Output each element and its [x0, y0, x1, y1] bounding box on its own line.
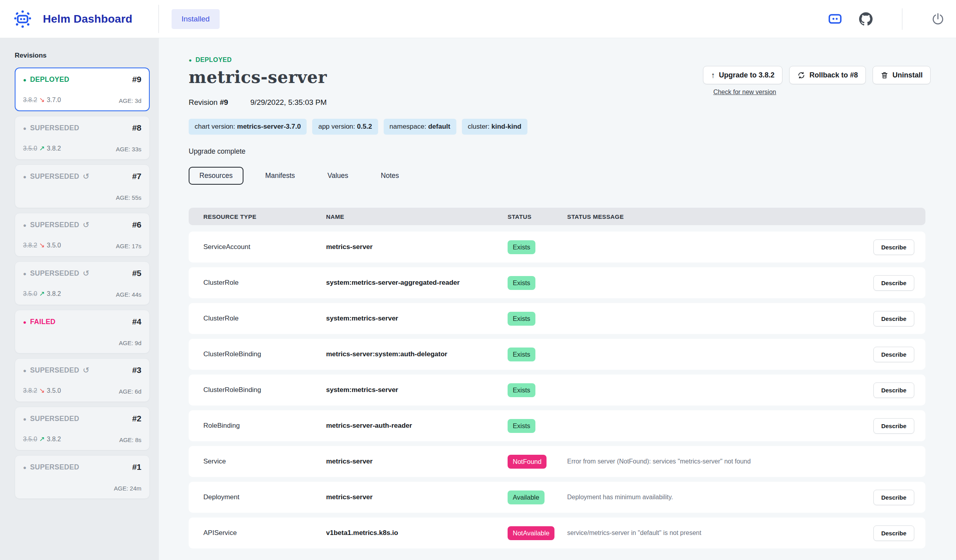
- version-from: 3.5.0: [23, 290, 37, 297]
- revision-card[interactable]: SUPERSEDED #1 AGE: 24m: [15, 455, 150, 499]
- rollback-button[interactable]: Rollback to #8: [789, 66, 866, 84]
- version-from: 3.8.2: [23, 97, 37, 103]
- history-icon: [83, 172, 89, 180]
- revision-card[interactable]: DEPLOYED #9 3.8.2↘3.7.0 AGE: 3d: [15, 68, 150, 111]
- revision-card[interactable]: SUPERSEDED #7 AGE: 55s: [15, 164, 150, 208]
- col-status-message: STATUS MESSAGE: [567, 213, 914, 220]
- revision-status: SUPERSEDED: [30, 172, 79, 181]
- status-badge: Exists: [508, 240, 535, 254]
- status-bullet-icon: [23, 75, 27, 84]
- revision-number: #1: [132, 462, 141, 472]
- version-to: 3.5.0: [47, 387, 61, 394]
- name-cell: system:metrics-server: [326, 315, 508, 322]
- status-bullet-icon: [23, 269, 27, 278]
- name-cell: system:metrics-server-aggregated-reader: [326, 279, 508, 287]
- revision-card[interactable]: SUPERSEDED #8 3.5.0↗3.8.2 AGE: 33s: [15, 116, 150, 160]
- describe-button[interactable]: Describe: [873, 525, 914, 541]
- release-detail: DEPLOYED metrics-server ↑ Upgrade to 3.8…: [159, 38, 956, 560]
- power-icon[interactable]: [932, 13, 944, 25]
- status-message: service/metrics-server in "default" is n…: [567, 529, 855, 537]
- revision-age: AGE: 17s: [116, 243, 141, 249]
- revision-line: Revision #9 9/29/2022, 5:35:03 PM: [189, 98, 925, 107]
- info-badge: cluster: kind-kind: [462, 119, 527, 135]
- revision-number: #4: [132, 317, 141, 326]
- app-header: Helm Dashboard Installed: [0, 0, 956, 38]
- revision-card[interactable]: SUPERSEDED #6 3.8.2↘3.5.0 AGE: 17s: [15, 213, 150, 257]
- revision-number: #8: [132, 123, 141, 133]
- describe-button[interactable]: Describe: [873, 382, 914, 398]
- revision-status: SUPERSEDED: [30, 463, 79, 471]
- name-cell: system:metrics-server: [326, 386, 508, 394]
- status-message: Error from server (NotFound): services "…: [567, 458, 855, 465]
- release-status-label: DEPLOYED: [195, 56, 232, 64]
- status-bullet-icon: [189, 56, 192, 64]
- header-divider: [902, 8, 902, 30]
- uninstall-label: Uninstall: [892, 71, 923, 79]
- revision-label: Revision #9: [189, 98, 228, 107]
- release-date: 9/29/2022, 5:35:03 PM: [250, 98, 326, 107]
- revision-age: AGE: 33s: [116, 146, 141, 153]
- history-icon: [83, 366, 89, 374]
- tab-values[interactable]: Values: [317, 167, 359, 185]
- revision-card[interactable]: SUPERSEDED #5 3.5.0↗3.8.2 AGE: 44s: [15, 261, 150, 305]
- version-from: 3.5.0: [23, 436, 37, 442]
- uninstall-button[interactable]: Uninstall: [873, 66, 931, 84]
- github-icon[interactable]: [859, 12, 873, 26]
- history-icon: [83, 269, 89, 277]
- status-bullet-icon: [23, 463, 27, 471]
- trend-arrow-icon: ↗: [39, 435, 45, 443]
- robot-face-icon[interactable]: [829, 14, 842, 24]
- table-row: ClusterRoleBinding system:metrics-server…: [189, 375, 925, 406]
- tab-resources[interactable]: Resources: [189, 167, 243, 185]
- revision-card[interactable]: FAILED #4 AGE: 9d: [15, 310, 150, 353]
- version-to: 3.8.2: [47, 290, 61, 297]
- table-body: ServiceAccount metrics-server Exists Des…: [189, 232, 925, 548]
- revision-card[interactable]: SUPERSEDED #2 3.5.0↗3.8.2 AGE: 8s: [15, 407, 150, 450]
- trend-arrow-icon: ↗: [39, 290, 45, 297]
- name-cell: metrics-server: [326, 493, 508, 501]
- describe-button[interactable]: Describe: [873, 418, 914, 434]
- revision-status: SUPERSEDED: [30, 221, 79, 229]
- check-new-version-link[interactable]: Check for new version: [713, 89, 776, 96]
- upgrade-label: Upgrade to 3.8.2: [719, 71, 774, 79]
- col-status: STATUS: [508, 213, 567, 220]
- version-change: [23, 338, 27, 346]
- version-change: 3.8.2↘3.5.0: [23, 241, 61, 249]
- describe-button[interactable]: Describe: [873, 275, 914, 291]
- tab-installed[interactable]: Installed: [172, 9, 220, 29]
- helm-dashboard-logo-icon: [12, 8, 33, 30]
- resource-type-cell: RoleBinding: [203, 422, 326, 430]
- release-status: DEPLOYED: [189, 56, 925, 64]
- status-bullet-icon: [23, 415, 27, 423]
- status-badge: NotAvailable: [508, 526, 554, 540]
- version-from: 3.8.2: [23, 387, 37, 394]
- describe-button[interactable]: Describe: [873, 239, 914, 255]
- upgrade-button[interactable]: ↑ Upgrade to 3.8.2: [703, 66, 782, 84]
- revision-age: AGE: 3d: [119, 97, 141, 104]
- revision-status: SUPERSEDED: [30, 366, 79, 375]
- name-cell: metrics-server:system:auth-delegator: [326, 350, 508, 358]
- status-badge: Exists: [508, 348, 535, 361]
- brand: Helm Dashboard: [0, 0, 159, 38]
- status-bullet-icon: [23, 366, 27, 375]
- revisions-heading: Revisions: [15, 52, 150, 60]
- version-to: 3.7.0: [47, 97, 61, 103]
- tab-notes[interactable]: Notes: [370, 167, 410, 185]
- revision-card[interactable]: SUPERSEDED #3 3.8.2↘3.5.0 AGE: 6d: [15, 358, 150, 402]
- version-change: 3.5.0↗3.8.2: [23, 290, 61, 298]
- revisions-list: DEPLOYED #9 3.8.2↘3.7.0 AGE: 3d SUPERSED…: [15, 68, 150, 499]
- revision-status: SUPERSEDED: [30, 124, 79, 132]
- table-row: RoleBinding metrics-server-auth-reader E…: [189, 410, 925, 441]
- revision-status: SUPERSEDED: [30, 415, 79, 423]
- header-icons: [829, 8, 944, 30]
- describe-button[interactable]: Describe: [873, 490, 914, 505]
- revision-number: #9: [132, 75, 141, 84]
- resource-type-cell: APIService: [203, 529, 326, 537]
- status-badge: Exists: [508, 383, 535, 397]
- table-row: APIService v1beta1.metrics.k8s.io NotAva…: [189, 518, 925, 548]
- version-change: 3.8.2↘3.7.0: [23, 96, 61, 104]
- describe-button[interactable]: Describe: [873, 311, 914, 326]
- describe-button[interactable]: Describe: [873, 347, 914, 362]
- tab-manifests[interactable]: Manifests: [255, 167, 306, 185]
- release-note: Upgrade complete: [189, 147, 925, 156]
